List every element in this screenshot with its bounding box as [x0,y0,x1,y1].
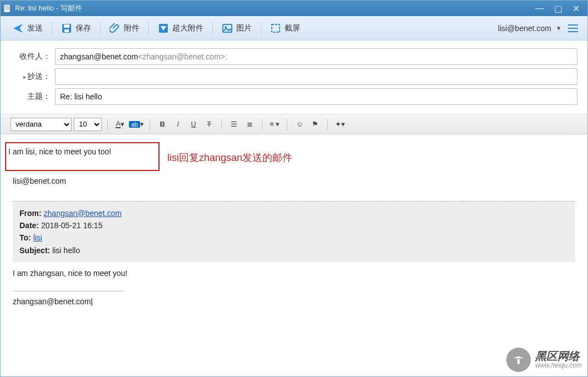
send-label: 发送 [27,23,43,33]
screenshot-label: 截屏 [285,23,300,33]
watermark-url: www.heiqu.com [535,362,582,369]
flag-button[interactable]: ⚑ [308,118,322,131]
maximize-button[interactable]: ▢ [554,3,562,14]
subject-value: Re: lisi hello [60,92,102,101]
subject-label: 主题： [11,92,51,102]
reply-text: I am lisi, nice to meet you too! [8,147,111,156]
quoted-signature: zhangsan@benet.com [13,297,93,306]
screenshot-icon [270,23,281,34]
format-separator [287,119,287,130]
quoted-to-label: To: [19,233,31,242]
emoji-button[interactable]: ☺ [293,118,306,131]
quoted-date: 2018-05-21 16:15 [41,221,103,230]
strikethrough-button[interactable]: T [202,118,216,131]
main-toolbar: 发送 保存 附件 超大附件 图片 [1,16,587,41]
toolbar-separator [52,22,52,35]
menu-icon[interactable] [566,22,580,35]
attach-button[interactable]: 附件 [105,21,144,36]
reply-box: I am lisi, nice to meet you too! [5,142,160,171]
window-controls: — ▢ ✕ [535,3,585,14]
toolbar-separator [261,22,261,35]
italic-button[interactable]: I [171,118,185,131]
svg-rect-6 [64,29,69,32]
underline-button[interactable]: U [187,118,200,131]
format-separator [327,119,328,130]
toolbar-separator [148,22,149,35]
format-painter-button[interactable]: ✦▾ [333,118,347,131]
screenshot-button[interactable]: 截屏 [266,21,305,36]
attach-label: 附件 [124,23,139,33]
toolbar-right: lisi@benet.com ▾ [498,22,580,35]
format-separator [262,119,262,130]
cc-row: 抄送： [11,68,577,85]
signature: lisi@benet.com [13,177,583,185]
quoted-text: I am zhangsan, nice to meet you! [13,269,127,278]
svg-rect-5 [64,24,69,28]
watermark-text: 黑区网络 www.heiqu.com [535,350,582,369]
quoted-to[interactable]: lisi [33,233,42,242]
image-button[interactable]: 图片 [217,21,256,36]
toolbar-separator [100,22,101,35]
signature-email: lisi@benet.com [13,177,66,185]
quoted-subject: lisi hello [52,246,80,255]
to-label: 收件人： [11,52,51,62]
to-name: zhangsan@benet.com [60,52,138,61]
watermark: 黑区网络 www.heiqu.com [506,348,582,372]
annotation-label: lisi回复zhangsan发送的邮件 [167,151,292,164]
big-attach-button[interactable]: 超大附件 [153,21,208,36]
paperclip-icon [109,23,121,34]
to-addr: <zhangsan@benet.com>; [138,52,227,61]
minimize-button[interactable]: — [535,3,544,14]
image-label: 图片 [236,23,252,33]
number-list-button[interactable]: ≣ [243,118,256,131]
send-button[interactable]: 发送 [8,21,47,36]
bold-button[interactable]: B [156,118,169,131]
toolbar-separator [212,22,213,35]
svg-rect-10 [272,24,280,32]
quoted-from[interactable]: zhangsan@benet.com [44,209,122,218]
chevron-down-icon[interactable]: ▾ [557,24,561,32]
format-separator [221,119,222,130]
quoted-separator [13,291,124,291]
highlight-button[interactable]: ab ▾ [129,118,144,131]
bullet-list-button[interactable]: ☰ [227,118,241,131]
to-input[interactable]: zhangsan@benet.com<zhangsan@benet.com>; [55,48,577,65]
window-title: Re: lisi hello - 写邮件 [15,3,535,13]
quoted-body: I am zhangsan, nice to meet you! zhangsa… [13,262,575,306]
save-label: 保存 [76,23,91,33]
cc-label[interactable]: 抄送： [11,72,51,82]
to-row: 收件人： zhangsan@benet.com<zhangsan@benet.c… [11,48,577,65]
compose-window: Re: lisi hello - 写邮件 — ▢ ✕ 发送 保存 附件 [0,0,588,377]
format-separator [107,119,108,130]
svg-rect-14 [517,359,520,364]
app-icon [3,4,12,13]
svg-rect-0 [4,4,10,12]
send-icon [13,23,24,34]
titlebar: Re: lisi hello - 写邮件 — ▢ ✕ [1,1,587,16]
save-button[interactable]: 保存 [57,21,96,36]
image-icon [222,23,233,34]
size-select[interactable]: 10 [74,118,102,131]
big-attach-label: 超大附件 [172,23,203,33]
close-button[interactable]: ✕ [572,3,580,14]
account-selector[interactable]: lisi@benet.com [498,24,551,33]
font-select[interactable]: verdana [11,118,72,131]
quoted-from-label: From: [19,209,42,218]
big-attach-icon [158,23,169,34]
quoted-subject-label: Subject: [19,246,50,255]
quoted-header: From: zhangsan@benet.com Date: 2018-05-2… [13,201,575,263]
subject-input[interactable]: Re: lisi hello [55,88,577,105]
quoted-date-label: Date: [19,221,39,230]
format-separator [150,119,150,130]
font-color-button[interactable]: A ▾ [113,118,127,131]
cc-input[interactable] [55,68,577,85]
save-icon [61,23,72,34]
watermark-logo-icon [506,348,531,372]
quoted-message: From: zhangsan@benet.com Date: 2018-05-2… [13,201,575,306]
subject-row: 主题： Re: lisi hello [11,88,577,105]
header-fields: 收件人： zhangsan@benet.com<zhangsan@benet.c… [1,41,587,114]
format-toolbar: verdana 10 A ▾ ab ▾ B I U T ☰ ≣ ≡ ▾ ☺ ⚑ … [1,114,587,134]
message-body[interactable]: I am lisi, nice to meet you too! lisi回复z… [1,134,587,376]
align-button[interactable]: ≡ ▾ [268,118,281,131]
watermark-cn: 黑区网络 [535,350,582,362]
